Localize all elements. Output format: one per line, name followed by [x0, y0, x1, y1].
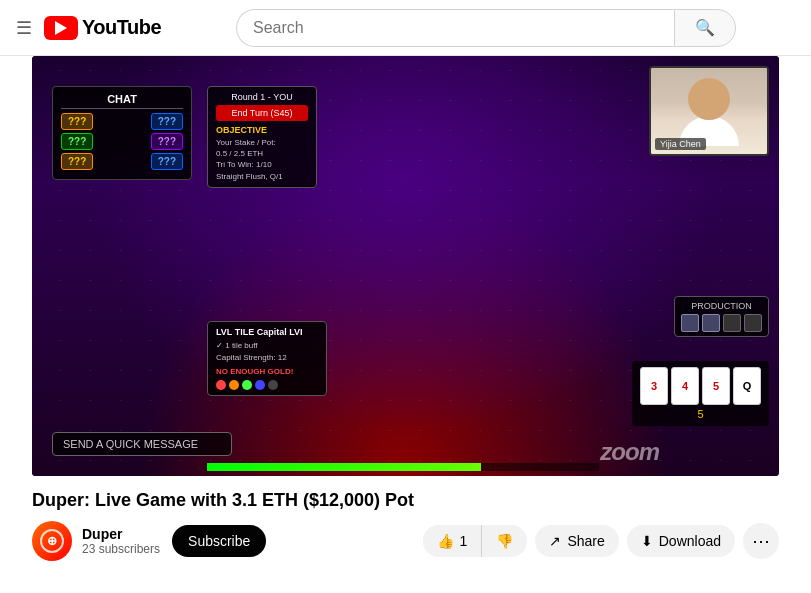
- round-title: Round 1 - YOU: [216, 92, 308, 102]
- chat-box-blue-1: ???: [151, 113, 183, 130]
- download-button[interactable]: ⬇ Download: [627, 525, 735, 557]
- card-5: 5: [702, 367, 730, 405]
- lvl-title: LVL TILE Capital LVI: [216, 327, 318, 337]
- card-Q: Q: [733, 367, 761, 405]
- thumbs-up-icon: 👍: [437, 533, 454, 549]
- production-overlay: PRODUCTION: [674, 296, 769, 337]
- production-icons: [681, 314, 762, 332]
- chat-box-orange-1: ???: [61, 113, 93, 130]
- youtube-icon: [44, 16, 78, 40]
- chat-box-green: ???: [61, 133, 93, 150]
- production-title: PRODUCTION: [681, 301, 762, 311]
- progress-bar-container: [207, 463, 599, 471]
- objective-text: Your Stake / Pot:0.5 / 2.5 ETHTri To Win…: [216, 137, 308, 182]
- share-icon: ↗: [549, 533, 561, 549]
- objective-title: OBJECTIVE: [216, 125, 308, 135]
- webcam-person: Yijia Chen: [651, 68, 767, 154]
- search-button[interactable]: 🔍: [674, 9, 736, 47]
- youtube-text: YouTube: [82, 16, 161, 39]
- search-input[interactable]: [236, 9, 674, 47]
- gem-red: [216, 380, 226, 390]
- person-head: [688, 78, 730, 120]
- avatar-inner: ⊕: [40, 529, 64, 553]
- chat-row-3: ??? ???: [61, 153, 183, 170]
- channel-name-wrap: Duper 23 subscribers: [82, 526, 160, 556]
- like-count: 1: [460, 533, 468, 549]
- chat-box-orange-2: ???: [61, 153, 93, 170]
- zoom-watermark: zoom: [600, 438, 659, 466]
- send-message-bar[interactable]: SEND A QUICK MESSAGE: [52, 432, 232, 456]
- gem-orange: [229, 380, 239, 390]
- card-4: 4: [671, 367, 699, 405]
- channel-avatar[interactable]: ⊕: [32, 521, 72, 561]
- prod-icon-2: [702, 314, 720, 332]
- lvl-text: ✓ 1 tile buffCapital Strength: 12: [216, 340, 318, 364]
- like-dislike-group: 👍 1 👎: [423, 525, 528, 557]
- download-icon: ⬇: [641, 533, 653, 549]
- no-gold-warning: NO ENOUGH GOLD!: [216, 367, 318, 376]
- video-container[interactable]: CHAT ??? ??? ??? ??? ??? ??? Round 1 - Y…: [32, 56, 779, 476]
- cards-row: 3 4 5 Q: [640, 367, 761, 405]
- channel-row: ⊕ Duper 23 subscribers Subscribe 👍 1: [32, 521, 779, 561]
- share-button[interactable]: ↗ Share: [535, 525, 618, 557]
- chat-row-2: ??? ???: [61, 133, 183, 150]
- gem-dark: [268, 380, 278, 390]
- lvl-overlay: LVL TILE Capital LVI ✓ 1 tile buffCapita…: [207, 321, 327, 396]
- gems-row: [216, 380, 318, 390]
- thumbs-down-icon: 👎: [496, 533, 513, 549]
- more-options-button[interactable]: ⋯: [743, 523, 779, 559]
- hamburger-icon[interactable]: ☰: [16, 17, 32, 39]
- card-3: 3: [640, 367, 668, 405]
- video-title: Duper: Live Game with 3.1 ETH ($12,000) …: [32, 488, 779, 513]
- video-thumbnail: CHAT ??? ??? ??? ??? ??? ??? Round 1 - Y…: [32, 56, 779, 476]
- like-button[interactable]: 👍 1: [423, 525, 483, 557]
- video-info: Duper: Live Game with 3.1 ETH ($12,000) …: [32, 476, 779, 569]
- webcam-overlay: Yijia Chen: [649, 66, 769, 156]
- dislike-button[interactable]: 👎: [482, 525, 527, 557]
- prod-icon-3: [723, 314, 741, 332]
- header: ☰ YouTube 🔍: [0, 0, 811, 56]
- channel-info: ⊕ Duper 23 subscribers: [32, 521, 160, 561]
- progress-bar-fill: [207, 463, 481, 471]
- channel-name[interactable]: Duper: [82, 526, 160, 542]
- action-buttons: 👍 1 👎 ↗ Share ⬇ Download: [423, 523, 779, 559]
- subscribe-button[interactable]: Subscribe: [172, 525, 266, 557]
- search-icon: 🔍: [695, 19, 715, 36]
- webcam-label: Yijia Chen: [655, 138, 706, 150]
- subscriber-count: 23 subscribers: [82, 542, 160, 556]
- round-overlay: Round 1 - YOU End Turn (S45) OBJECTIVE Y…: [207, 86, 317, 188]
- gem-blue: [255, 380, 265, 390]
- chat-title: CHAT: [61, 93, 183, 109]
- chat-overlay: CHAT ??? ??? ??? ??? ??? ???: [52, 86, 192, 180]
- chat-box-purple: ???: [151, 133, 183, 150]
- chat-box-blue-2: ???: [151, 153, 183, 170]
- youtube-logo[interactable]: YouTube: [44, 16, 161, 40]
- end-turn-button: End Turn (S45): [216, 105, 308, 121]
- youtube-play-triangle: [55, 21, 67, 35]
- download-label: Download: [659, 533, 721, 549]
- share-label: Share: [567, 533, 604, 549]
- card-count: 5: [640, 408, 761, 420]
- prod-icon-1: [681, 314, 699, 332]
- avatar-symbol: ⊕: [47, 534, 57, 548]
- prod-icon-4: [744, 314, 762, 332]
- search-bar: 🔍: [236, 9, 736, 47]
- header-left: ☰ YouTube: [16, 16, 161, 40]
- chat-row-1: ??? ???: [61, 113, 183, 130]
- cards-overlay: 3 4 5 Q 5: [632, 361, 769, 426]
- more-icon: ⋯: [752, 530, 770, 552]
- gem-green: [242, 380, 252, 390]
- main-content: CHAT ??? ??? ??? ??? ??? ??? Round 1 - Y…: [0, 56, 811, 589]
